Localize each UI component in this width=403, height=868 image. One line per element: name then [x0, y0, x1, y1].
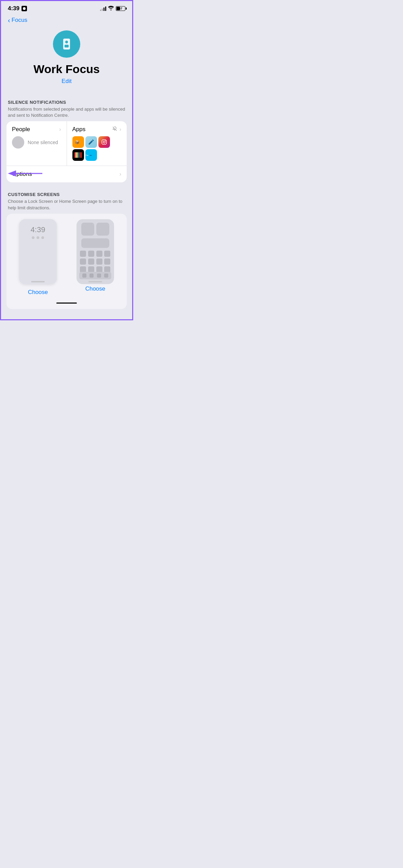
dock-icon: [104, 274, 108, 278]
home-bar: [56, 303, 77, 304]
svg-rect-10: [78, 152, 79, 158]
app-icon-tv: [72, 149, 84, 161]
back-button[interactable]: ‹ Focus: [8, 17, 27, 24]
lock-dots: [32, 236, 44, 239]
people-subtext: None silenced: [28, 140, 58, 145]
apps-icons-row: 📦: [72, 136, 122, 161]
silence-title: SILENCE NOTIFICATIONS: [8, 100, 125, 105]
apps-chevron-icon: ›: [120, 126, 121, 132]
svg-rect-12: [80, 152, 81, 158]
home-indicator-2: [88, 281, 102, 282]
nav-bar: ‹ Focus: [1, 14, 132, 24]
recording-indicator: [22, 6, 27, 11]
home-screen-choose-button[interactable]: Choose: [85, 284, 106, 294]
options-label: Options: [12, 171, 32, 178]
customise-card: 4:39 Choose: [6, 214, 127, 309]
bell-slash-icon: [112, 126, 117, 133]
app-dot: [104, 251, 110, 257]
avatar-placeholder: [12, 136, 24, 149]
notifications-card: People › None silenced Apps ›: [6, 121, 127, 182]
lock-time: 4:39: [31, 225, 45, 234]
widget-square: [81, 223, 94, 236]
lock-dot: [37, 236, 39, 239]
customise-section-header: CUSTOMISE SCREENS Choose a Lock Screen o…: [1, 182, 132, 213]
svg-text:📦: 📦: [75, 140, 80, 144]
hero-section: Work Focus Edit: [1, 24, 132, 92]
app-dot: [104, 258, 110, 265]
widget-wide: [81, 238, 109, 248]
options-chevron-icon: ›: [120, 171, 121, 177]
people-chevron-icon: ›: [59, 126, 61, 132]
svg-rect-8: [75, 152, 77, 158]
svg-rect-11: [79, 152, 80, 158]
people-label: People: [12, 126, 30, 133]
page-title: Work Focus: [33, 62, 100, 76]
dock-icon: [89, 274, 94, 278]
battery-icon: 37: [116, 6, 125, 11]
home-indicator: [31, 281, 45, 282]
back-label: Focus: [12, 17, 27, 24]
options-row[interactable]: Options ›: [6, 166, 127, 182]
apps-cell[interactable]: Apps › 📦: [67, 121, 127, 166]
customise-title: CUSTOMISE SCREENS: [8, 192, 125, 197]
lock-dot: [32, 236, 34, 239]
dock: [79, 272, 111, 279]
options-row-wrapper: Options ›: [6, 166, 127, 182]
status-bar: 4:39 37: [1, 1, 132, 14]
people-cell-header: People ›: [12, 126, 61, 133]
app-dot: [80, 258, 86, 265]
screens-row: 4:39 Choose: [12, 219, 121, 297]
svg-rect-7: [74, 152, 75, 158]
status-time: 4:39: [8, 5, 19, 12]
app-icon-instagram: [98, 136, 110, 148]
dock-icon: [82, 274, 86, 278]
people-status: None silenced: [12, 136, 61, 149]
dock-icon: [97, 274, 101, 278]
svg-point-6: [105, 140, 106, 141]
app-grid: [79, 251, 111, 272]
lock-screen-mockup: 4:39: [19, 219, 57, 284]
bottom-spacer: [1, 309, 132, 319]
svg-rect-2: [65, 45, 69, 47]
svg-text:Pay: Pay: [86, 155, 88, 156]
app-dot: [88, 258, 94, 265]
app-dot: [80, 251, 86, 257]
chevron-left-icon: ‹: [8, 17, 10, 24]
app-dot: [88, 251, 94, 257]
home-screen-mockup: [77, 219, 114, 284]
app-icon-paytm: Pay tm: [85, 149, 97, 161]
apps-label: Apps: [72, 126, 86, 133]
lock-screen-content: 4:39: [22, 223, 54, 279]
app-icon-amazon: 📦: [72, 136, 84, 148]
silence-desc: Notifications from selected people and a…: [8, 106, 125, 118]
people-cell[interactable]: People › None silenced: [6, 121, 67, 166]
lock-screen-preview: 4:39 Choose: [12, 219, 64, 297]
focus-icon: [53, 30, 80, 58]
svg-text:tm: tm: [89, 155, 91, 156]
svg-point-1: [65, 41, 68, 43]
app-dot: [96, 251, 102, 257]
wifi-icon: [108, 6, 114, 12]
widget-square: [96, 223, 109, 236]
edit-button[interactable]: Edit: [61, 78, 71, 85]
lock-dot: [41, 236, 44, 239]
app-icon-pencil: [85, 136, 97, 148]
home-widgets: [79, 223, 111, 236]
customise-desc: Choose a Lock Screen or Home Screen page…: [8, 198, 125, 211]
svg-rect-9: [77, 152, 78, 158]
home-screen-preview: Choose: [69, 219, 121, 297]
status-icons: 37: [100, 6, 125, 12]
signal-icon: [100, 6, 106, 11]
svg-point-5: [103, 141, 105, 143]
svg-rect-0: [63, 39, 70, 50]
card-top-row: People › None silenced Apps ›: [6, 121, 127, 166]
silence-section-header: SILENCE NOTIFICATIONS Notifications from…: [1, 92, 132, 121]
svg-rect-13: [81, 152, 82, 158]
app-dot: [96, 258, 102, 265]
apps-cell-header: Apps ›: [72, 126, 122, 133]
lock-screen-choose-button[interactable]: Choose: [28, 288, 48, 297]
